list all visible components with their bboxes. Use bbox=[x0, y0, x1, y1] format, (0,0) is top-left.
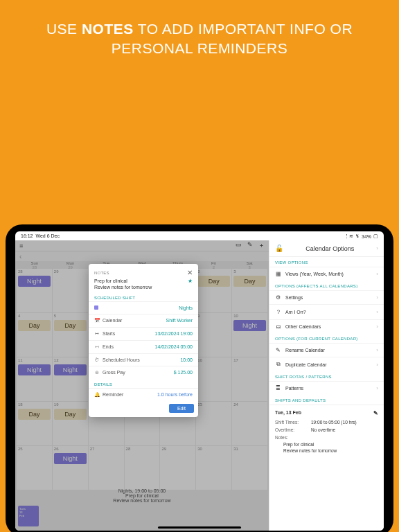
edit-button[interactable]: Edit bbox=[169, 404, 194, 413]
grid-icon: ▦ bbox=[275, 271, 281, 277]
popup-row: 📅CalendarShift Worker bbox=[89, 314, 198, 327]
shift-color-chip bbox=[94, 305, 98, 310]
copy-icon: ⧉ bbox=[275, 361, 281, 368]
row-icon: ↤ bbox=[94, 344, 99, 350]
question-icon: ？ bbox=[275, 308, 281, 316]
star-icon[interactable]: ★ bbox=[188, 278, 193, 291]
tablet-frame: 16:12 Wed 6 Dec ⋮≋ ↯ 34% ▢ ≡ ▭ ✎ ＋ bbox=[6, 224, 393, 532]
sidebar-item-views[interactable]: ▦Views (Year, Week, Month) › bbox=[269, 267, 384, 281]
row-icon: ⏱ bbox=[94, 357, 99, 362]
home-indicator[interactable] bbox=[158, 526, 241, 529]
row-icon: ⊛ bbox=[94, 370, 99, 375]
notes-heading: NOTES bbox=[94, 271, 109, 275]
pencil-icon: ✎ bbox=[275, 347, 281, 353]
sidebar-item-other-calendars[interactable]: 🗂Other Calendars › bbox=[269, 319, 384, 333]
side-title: Calendar Options bbox=[305, 245, 354, 252]
shift-detail-popup: NOTES ✕ Prep for clinical Review notes f… bbox=[89, 264, 198, 417]
chevron-right-icon[interactable]: › bbox=[376, 245, 378, 251]
bell-icon: 🔔 bbox=[94, 392, 99, 398]
promo-headline: USE NOTES TO ADD IMPORTANT INFO OR PERSO… bbox=[0, 0, 399, 59]
sidebar-item-patterns[interactable]: ≣Patterns › bbox=[269, 381, 384, 395]
calendars-icon: 🗂 bbox=[275, 323, 281, 330]
side-panel: 🔓 Calendar Options › VIEW OPTIONS ▦Views… bbox=[269, 240, 384, 531]
sidebar-item-settings[interactable]: ⚙Settings › bbox=[269, 290, 384, 304]
sidebar-item-duplicate[interactable]: ⧉Duplicate Calendar › bbox=[269, 357, 384, 371]
battery-icon: ↯ bbox=[355, 233, 360, 239]
popup-row: ↦Starts13/02/2024 19:00 bbox=[89, 327, 198, 340]
shift-name: Nights bbox=[179, 305, 193, 310]
sidebar-item-amion[interactable]: ？Am I On? › bbox=[269, 304, 384, 319]
lock-icon[interactable]: 🔓 bbox=[275, 245, 283, 252]
popup-row: ⏱Scheduled Hours10:00 bbox=[89, 353, 198, 366]
pattern-icon: ≣ bbox=[275, 385, 281, 391]
wifi-icon: ⋮≋ bbox=[344, 233, 353, 239]
screen: 16:12 Wed 6 Dec ⋮≋ ↯ 34% ▢ ≡ ▭ ✎ ＋ bbox=[15, 231, 384, 531]
row-icon: ↦ bbox=[94, 331, 99, 337]
status-bar: 16:12 Wed 6 Dec ⋮≋ ↯ 34% ▢ bbox=[15, 231, 384, 240]
popup-row: ↤Ends14/02/2024 05:00 bbox=[89, 340, 198, 353]
calendar-area: ≡ ▭ ✎ ＋ ‹ Sun28Mon29Tue30Wed31Thurs1Fri2… bbox=[15, 240, 269, 531]
details-heading: DETAILS bbox=[89, 379, 198, 388]
pencil-icon[interactable]: ✎ bbox=[373, 409, 378, 418]
row-icon: 📅 bbox=[94, 318, 99, 323]
close-icon[interactable]: ✕ bbox=[187, 269, 193, 276]
sidebar-item-rename[interactable]: ✎Rename Calendar › bbox=[269, 343, 384, 357]
shift-summary: Tue, 13 Feb✎ Shift Times:19:00 to 05:00 … bbox=[269, 405, 384, 459]
scheduled-heading: SCHEDULED SHIFT bbox=[89, 292, 198, 301]
gear-icon: ⚙ bbox=[275, 294, 281, 301]
popup-row: ⊛Gross Pay$ 125.00 bbox=[89, 366, 198, 379]
